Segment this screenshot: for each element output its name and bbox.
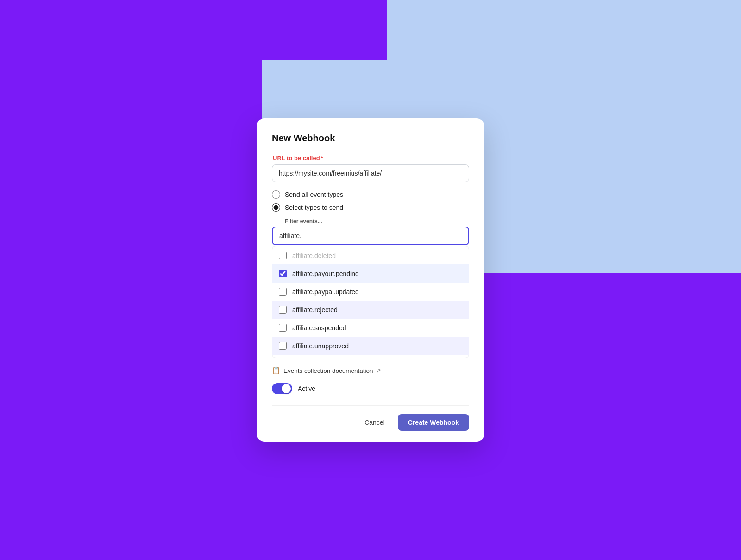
- radio-select-types-input[interactable]: [272, 203, 280, 212]
- event-checkbox-affiliate-unapproved[interactable]: [279, 342, 287, 350]
- radio-send-all-label: Send all event types: [285, 191, 343, 198]
- docs-link-text: Events collection documentation: [283, 367, 373, 374]
- events-list[interactable]: affiliate.deleted affiliate.payout.pendi…: [272, 246, 469, 358]
- modal-footer: Cancel Create Webhook: [272, 405, 469, 431]
- external-link-icon: ↗: [376, 367, 381, 374]
- radio-send-all[interactable]: Send all event types: [272, 190, 469, 199]
- doc-icon: 📋: [272, 366, 281, 375]
- docs-link[interactable]: 📋 Events collection documentation ↗: [272, 366, 469, 375]
- active-toggle[interactable]: [272, 383, 292, 394]
- active-row: Active: [272, 383, 469, 394]
- event-label: affiliate.payout.pending: [292, 270, 359, 277]
- list-item[interactable]: affiliate.rejected: [272, 301, 469, 319]
- event-checkbox-affiliate-payout-pending[interactable]: [279, 270, 287, 277]
- list-item[interactable]: affiliate.paypal.updated: [272, 283, 469, 301]
- radio-send-all-input[interactable]: [272, 190, 280, 199]
- url-field-label: URL to be called*: [272, 155, 469, 162]
- filter-label: Filter events...: [285, 218, 469, 225]
- filter-input[interactable]: [272, 227, 469, 245]
- event-checkbox-affiliate-rejected[interactable]: [279, 306, 287, 314]
- radio-select-types-label: Select types to send: [285, 204, 343, 211]
- list-item[interactable]: affiliate.updated: [272, 355, 469, 358]
- radio-group: Send all event types Select types to sen…: [272, 190, 469, 212]
- events-list-container: affiliate.deleted affiliate.payout.pendi…: [272, 246, 469, 358]
- new-webhook-modal: New Webhook URL to be called* Send all e…: [257, 118, 484, 442]
- event-checkbox-affiliate-paypal-updated[interactable]: [279, 288, 287, 296]
- modal-title: New Webhook: [272, 133, 469, 144]
- toggle-thumb: [282, 384, 291, 393]
- event-checkbox-affiliate-suspended[interactable]: [279, 324, 287, 332]
- active-label: Active: [298, 385, 315, 392]
- event-label: affiliate.unapproved: [292, 342, 349, 350]
- event-label: affiliate.rejected: [292, 306, 338, 314]
- modal-overlay: New Webhook URL to be called* Send all e…: [0, 0, 741, 560]
- list-item[interactable]: affiliate.payout.pending: [272, 264, 469, 283]
- event-label: affiliate.suspended: [292, 324, 346, 332]
- list-item[interactable]: affiliate.unapproved: [272, 337, 469, 355]
- list-item[interactable]: affiliate.suspended: [272, 319, 469, 337]
- event-label: affiliate.paypal.updated: [292, 288, 359, 296]
- create-webhook-button[interactable]: Create Webhook: [398, 414, 469, 431]
- url-input[interactable]: [272, 164, 469, 182]
- cancel-button[interactable]: Cancel: [359, 415, 390, 430]
- list-item[interactable]: affiliate.deleted: [272, 246, 469, 264]
- radio-select-types[interactable]: Select types to send: [272, 203, 469, 212]
- event-checkbox-affiliate-deleted[interactable]: [279, 252, 287, 259]
- event-label: affiliate.deleted: [292, 252, 336, 259]
